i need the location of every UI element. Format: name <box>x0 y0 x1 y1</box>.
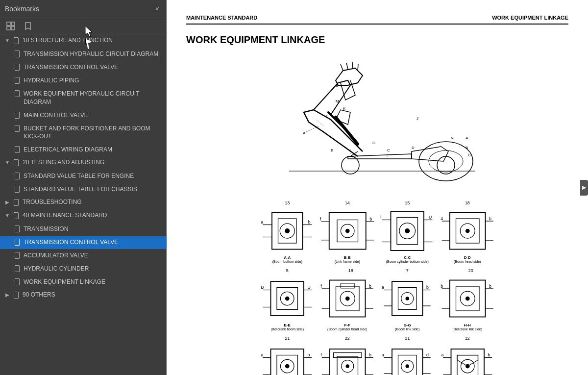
section-jj: 21 a b J-J <box>260 336 315 375</box>
svg-text:B: B <box>331 148 333 152</box>
sidebar-item-trans-control-valve-40[interactable]: TRANSMISSION CONTROL VALVE <box>0 236 166 249</box>
bookmark-flag-icon <box>14 278 21 286</box>
expand-icon <box>6 21 16 31</box>
sidebar-title: Bookmarks <box>5 5 39 13</box>
sidebar-item-accumulator-valve[interactable]: ACCUMULATOR VALVE <box>0 249 166 262</box>
sidebar-item-electrical-wiring[interactable]: ELECTRICAL WIRING DIAGRAM <box>0 143 166 156</box>
svg-point-68 <box>465 229 469 233</box>
svg-point-58 <box>405 228 410 233</box>
svg-line-10 <box>346 63 348 69</box>
bookmark-flag-icon <box>14 252 21 260</box>
sidebar-item-label: ELECTRICAL WIRING DIAGRAM <box>24 146 162 154</box>
section-cc: 15 l U C-C (Boom cylinder bott <box>380 200 435 263</box>
section-ee: 5 B D E-E (Bellcrank boom side <box>260 268 315 331</box>
expand-all-button[interactable] <box>4 20 18 32</box>
sidebar-item-label: HYDRAULIC PIPING <box>24 76 162 85</box>
svg-text:C: C <box>468 153 471 157</box>
svg-text:B: B <box>466 146 468 150</box>
bookmark-flag-icon <box>14 77 21 85</box>
sidebar-item-label: WORK EQUIPMENT LINKAGE <box>24 278 162 286</box>
svg-text:f: f <box>320 352 322 357</box>
bookmark-options-icon <box>24 22 32 30</box>
sidebar-content[interactable]: ▼ 10 STRUCTURE AND FUNCTION TRANSMISSION… <box>0 34 166 375</box>
svg-line-12 <box>358 64 358 71</box>
bookmark-flag-icon <box>14 112 21 120</box>
svg-point-78 <box>285 297 290 301</box>
svg-line-31 <box>316 120 323 126</box>
collapse-arrow-icon: ▼ <box>4 212 11 218</box>
svg-text:B: B <box>261 285 264 290</box>
svg-text:D: D <box>412 146 415 150</box>
svg-text:4: 4 <box>441 216 443 221</box>
sidebar-item-work-equip-hydraulic[interactable]: WORK EQUIPMENT HYDRAULIC CIRCUIT DIAGRAM <box>0 87 166 109</box>
page-container: MAINTENANCE STANDARD WORK EQUIPMENT LINK… <box>167 0 588 375</box>
svg-text:a: a <box>382 285 384 290</box>
svg-rect-3 <box>11 26 15 30</box>
svg-point-99 <box>406 297 410 300</box>
bookmark-flag-icon <box>13 159 20 167</box>
svg-line-9 <box>341 64 343 71</box>
sidebar-item-main-control-valve[interactable]: MAIN CONTROL VALVE <box>0 109 166 122</box>
section-gg: 7 a b G-G (Boom link side) <box>380 268 435 331</box>
svg-rect-1 <box>11 22 15 25</box>
svg-text:U: U <box>429 215 432 220</box>
document-panel: MAINTENANCE STANDARD WORK EQUIPMENT LINK… <box>167 0 588 375</box>
section-dd: 18 4 b D-D (Boom head side) <box>440 200 495 263</box>
svg-point-7 <box>429 150 463 172</box>
sidebar-item-work-equip-linkage[interactable]: WORK EQUIPMENT LINKAGE <box>0 275 166 289</box>
sidebar-item-trans-control-valve[interactable]: TRANSMISSION CONTROL VALVE <box>0 61 166 74</box>
sidebar-item-label: 90 OTHERS <box>23 291 162 298</box>
svg-point-38 <box>285 228 290 233</box>
svg-text:d: d <box>426 352 429 357</box>
section-row-1: 13 a b A-A <box>260 200 495 263</box>
sidebar-item-label: 10 STRUCTURE AND FUNCTION <box>23 37 162 44</box>
sidebar-item-label: TRANSMISSION HYDRAULIC CIRCUIT DIAGRAM <box>24 50 162 58</box>
sidebar-item-90-others[interactable]: ▶ 90 OTHERS <box>0 289 166 302</box>
sidebar-item-label: 40 MAINTENANCE STANDARD <box>23 212 162 219</box>
expand-arrow-icon: ▶ <box>4 199 11 205</box>
bookmark-flag-icon <box>14 146 21 154</box>
bookmark-flag-icon <box>13 212 20 220</box>
svg-text:b: b <box>441 284 443 289</box>
bookmark-flag-icon <box>14 239 21 247</box>
sidebar-controls: × <box>153 4 161 14</box>
bookmark-flag-icon <box>14 64 21 72</box>
svg-rect-130 <box>333 353 362 358</box>
section-ff: 18 f b F-F <box>320 268 375 331</box>
svg-text:C: C <box>387 148 390 152</box>
bookmark-options-button[interactable] <box>22 21 34 31</box>
bookmark-flag-icon <box>13 199 20 207</box>
sidebar-item-std-engine[interactable]: STANDARD VALUE TABLE FOR ENGINE <box>0 170 166 183</box>
sidebar-item-hydraulic-cylinder[interactable]: HYDRAULIC CYLINDER <box>0 262 166 275</box>
svg-text:E: E <box>336 83 338 88</box>
section-row-2: 5 B D E-E (Bellcrank boom side <box>260 268 495 331</box>
sidebar-item-trans-hydraulic[interactable]: TRANSMISSION HYDRAULIC CIRCUIT DIAGRAM <box>0 48 166 61</box>
section-kk: 22 f b K-K <box>320 336 375 375</box>
cursor-icon <box>85 26 93 37</box>
sidebar-item-transmission[interactable]: TRANSMISSION <box>0 223 166 236</box>
sidebar-item-maintenance-standard[interactable]: ▼ 40 MAINTENANCE STANDARD <box>0 209 166 223</box>
sidebar-item-troubleshooting[interactable]: ▶ TROUBLESHOOTING <box>0 196 166 209</box>
svg-text:A: A <box>466 136 468 140</box>
svg-text:F: F <box>326 114 328 118</box>
sidebar-item-structure-function[interactable]: ▼ 10 STRUCTURE AND FUNCTION <box>0 34 166 48</box>
svg-text:A: A <box>303 131 306 135</box>
svg-text:H: H <box>341 123 343 127</box>
close-button[interactable]: × <box>153 4 161 14</box>
svg-line-11 <box>352 62 353 69</box>
svg-marker-4 <box>85 26 92 37</box>
sidebar-item-label: STANDARD VALUE TABLE FOR ENGINE <box>24 172 162 180</box>
sidebar-item-label: TRANSMISSION CONTROL VALVE <box>24 63 162 72</box>
svg-text:b: b <box>426 285 429 290</box>
section-ll: 11 a d L-L <box>380 336 435 375</box>
bookmark-flag-icon <box>14 50 21 58</box>
svg-text:a: a <box>382 352 384 357</box>
svg-rect-137 <box>392 349 423 375</box>
sidebar-item-hydraulic-piping[interactable]: HYDRAULIC PIPING <box>0 74 166 87</box>
sidebar-item-bucket-fork[interactable]: BUCKET AND FORK POSITIONER AND BOOM KICK… <box>0 122 166 144</box>
sidebar-item-std-chassis[interactable]: STANDARD VALUE TABLE FOR CHASSIS <box>0 183 166 196</box>
sidebar-header: Bookmarks × <box>0 0 166 18</box>
sidebar-item-testing-adjusting[interactable]: ▼ 20 TESTING AND ADJUSTING <box>0 156 166 170</box>
svg-text:f: f <box>320 217 321 222</box>
sidebar-item-label: TROUBLESHOOTING <box>23 199 162 205</box>
